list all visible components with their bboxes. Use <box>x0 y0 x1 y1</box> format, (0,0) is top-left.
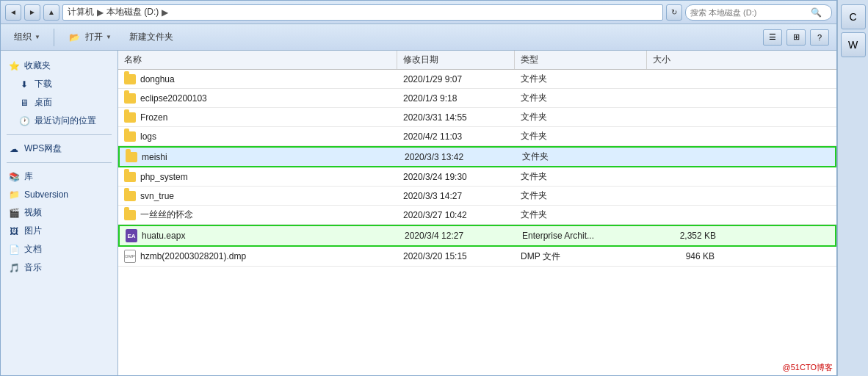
library-icon: 📚 <box>8 171 20 183</box>
col-header-size[interactable]: 大小 <box>647 51 720 69</box>
organize-dropdown-arrow: ▼ <box>35 34 40 40</box>
file-type: 文件夹 <box>515 167 647 186</box>
table-row[interactable]: svn_true 2020/3/3 14:27 文件夹 <box>118 187 836 206</box>
sidebar-music-label: 音乐 <box>24 261 42 274</box>
file-type: 文件夹 <box>515 206 647 224</box>
sidebar-item-recent[interactable]: 🕐 最近访问的位置 <box>1 112 117 130</box>
sidebar-desktop-label: 桌面 <box>35 96 52 109</box>
file-type: DMP 文件 <box>515 247 647 266</box>
folder-icon <box>126 152 137 162</box>
file-size <box>647 108 720 126</box>
open-button[interactable]: 📂 打开 ▼ <box>62 28 117 47</box>
sidebar-item-video[interactable]: 🎬 视频 <box>1 203 117 222</box>
new-folder-label: 新建文件夹 <box>129 31 173 43</box>
folder-icon <box>124 74 136 84</box>
folder-icon <box>124 112 136 123</box>
breadcrumb-drive[interactable]: 本地磁盘 (D:) <box>106 6 159 18</box>
file-name-cell: eclipse20200103 <box>118 89 397 107</box>
file-name-cell: php_system <box>118 167 397 186</box>
breadcrumb-sep1: ▶ <box>97 7 104 18</box>
file-name: svn_true <box>140 191 174 201</box>
view-toggle-button[interactable]: ⊞ <box>786 29 806 46</box>
col-header-modified[interactable]: 修改日期 <box>397 51 515 69</box>
sidebar: ⭐ 收藏夹 ⬇ 下载 🖥 桌面 🕐 最近访问的位置 ☁ <box>1 51 118 375</box>
search-icon: 🔍 <box>811 7 822 18</box>
up-button[interactable]: ▲ <box>43 4 59 21</box>
file-name-cell: DMP hzmb(202003028201).dmp <box>118 247 397 266</box>
col-header-type[interactable]: 类型 <box>515 51 647 69</box>
table-row[interactable]: eclipse20200103 2020/1/3 9:18 文件夹 <box>118 89 836 108</box>
folder-icon <box>124 131 136 142</box>
subversion-icon: 📁 <box>8 189 20 200</box>
refresh-button[interactable]: ↻ <box>666 4 682 21</box>
file-modified: 2020/3/20 15:15 <box>397 247 515 266</box>
file-size <box>648 148 722 166</box>
file-type: 文件夹 <box>515 187 647 205</box>
sidebar-item-favorites[interactable]: ⭐ 收藏夹 <box>1 57 117 75</box>
file-name: huatu.eapx <box>142 231 185 241</box>
file-name: Frozen <box>140 112 167 123</box>
sidebar-item-wps[interactable]: ☁ WPS网盘 <box>1 140 117 158</box>
sidebar-item-download[interactable]: ⬇ 下载 <box>1 75 117 93</box>
table-row[interactable]: logs 2020/4/2 11:03 文件夹 <box>118 127 836 146</box>
file-modified: 2020/3/27 10:42 <box>397 206 515 224</box>
file-name-cell: svn_true <box>118 187 397 205</box>
sidebar-item-image[interactable]: 🖼 图片 <box>1 222 117 240</box>
table-row[interactable]: php_system 2020/3/24 19:30 文件夹 <box>118 167 836 187</box>
file-type: 文件夹 <box>515 70 647 88</box>
right-btn-2[interactable]: W <box>841 32 866 57</box>
file-name-cell: EA huatu.eapx <box>120 226 399 245</box>
open-label: 打开 <box>85 31 103 43</box>
dmp-file-icon: DMP <box>124 250 136 263</box>
recent-icon: 🕐 <box>18 115 30 127</box>
sidebar-wps-label: WPS网盘 <box>24 142 62 155</box>
toolbar-separator-1 <box>54 29 54 46</box>
table-row[interactable]: 一丝丝的怀念 2020/3/27 10:42 文件夹 <box>118 206 836 225</box>
ea-file-icon: EA <box>126 229 137 242</box>
sidebar-sep-2 <box>7 162 112 163</box>
toolbar: 组织 ▼ 📂 打开 ▼ 新建文件夹 ☰ ⊞ ? <box>1 24 836 51</box>
back-button[interactable]: ◄ <box>5 4 21 21</box>
file-modified: 2020/3/3 13:42 <box>399 148 516 166</box>
view-details-button[interactable]: ☰ <box>763 29 782 46</box>
file-name: hzmb(202003028201).dmp <box>140 251 246 261</box>
file-list: donghua 2020/1/29 9:07 文件夹 eclipse202001… <box>118 70 836 267</box>
file-type: 文件夹 <box>515 89 647 107</box>
folder-icon <box>124 191 136 201</box>
table-row[interactable]: DMP hzmb(202003028201).dmp 2020/3/20 15:… <box>118 247 836 267</box>
table-row[interactable]: donghua 2020/1/29 9:07 文件夹 <box>118 70 836 89</box>
file-name: php_system <box>140 172 188 182</box>
file-name-cell: logs <box>118 127 397 145</box>
file-type: 文件夹 <box>516 148 648 166</box>
file-name: logs <box>140 131 156 142</box>
sidebar-subversion-label: Subversion <box>24 189 68 200</box>
table-row[interactable]: meishi 2020/3/3 13:42 文件夹 <box>118 146 836 167</box>
sidebar-item-subversion[interactable]: 📁 Subversion <box>1 186 117 203</box>
breadcrumb-computer[interactable]: 计算机 <box>68 6 94 18</box>
sidebar-item-music[interactable]: 🎵 音乐 <box>1 258 117 277</box>
help-button[interactable]: ? <box>810 29 829 46</box>
download-icon: ⬇ <box>18 79 30 90</box>
table-row[interactable]: Frozen 2020/3/31 14:55 文件夹 <box>118 108 836 127</box>
file-name: meishi <box>142 152 167 162</box>
file-modified: 2020/3/4 12:27 <box>399 226 516 245</box>
forward-button[interactable]: ► <box>24 4 40 21</box>
file-name-cell: meishi <box>120 148 399 166</box>
address-path[interactable]: 计算机 ▶ 本地磁盘 (D:) ▶ <box>62 4 663 21</box>
organize-button[interactable]: 组织 ▼ <box>8 29 46 46</box>
folder-icon <box>124 93 136 104</box>
col-header-name[interactable]: 名称 <box>118 51 397 69</box>
sidebar-item-library[interactable]: 📚 库 <box>1 167 117 186</box>
search-input[interactable] <box>690 8 808 17</box>
desktop-icon: 🖥 <box>18 97 30 109</box>
new-folder-button[interactable]: 新建文件夹 <box>123 29 179 46</box>
address-bar: ◄ ► ▲ 计算机 ▶ 本地磁盘 (D:) ▶ ↻ 🔍 <box>1 1 836 24</box>
table-row[interactable]: EA huatu.eapx 2020/3/4 12:27 Enterprise … <box>118 225 836 247</box>
sidebar-favorites-label: 收藏夹 <box>24 59 51 72</box>
right-btn-1[interactable]: C <box>841 4 866 29</box>
sidebar-item-document[interactable]: 📄 文档 <box>1 240 117 258</box>
image-icon: 🖼 <box>8 225 20 237</box>
file-name: eclipse20200103 <box>140 93 207 104</box>
file-size: 2,352 KB <box>648 226 722 245</box>
sidebar-item-desktop[interactable]: 🖥 桌面 <box>1 93 117 112</box>
